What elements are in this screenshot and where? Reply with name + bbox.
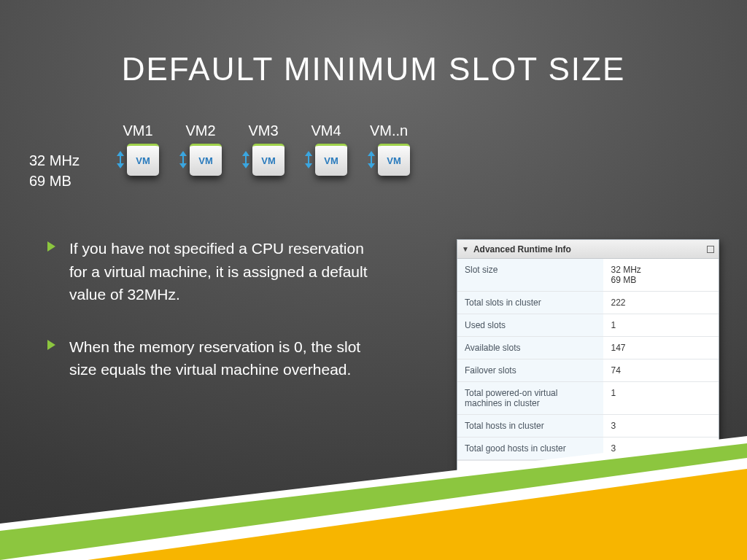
- vm-label: VM4: [311, 122, 341, 139]
- row-key: Failover slots: [457, 359, 603, 382]
- resize-arrows-icon: [179, 151, 187, 168]
- vm-tile: VM: [315, 144, 347, 176]
- runtime-info-panel: ▼ Advanced Runtime Info Slot size32 MHz …: [457, 239, 719, 482]
- row-value: 222: [603, 292, 719, 314]
- row-key: Slot size: [457, 259, 603, 292]
- vm-item: VM4VM: [305, 122, 347, 176]
- vm-label: VM..n: [370, 122, 408, 139]
- maximize-icon[interactable]: [707, 246, 714, 253]
- vm-item: VM3VM: [242, 122, 285, 176]
- resize-grip-icon[interactable]: [710, 472, 718, 481]
- table-row: Total slots in cluster222: [457, 292, 719, 314]
- row-key: Used slots: [457, 314, 603, 337]
- vm-tile: VM: [127, 144, 159, 176]
- slot-spec-mem: 69 MB: [29, 171, 80, 191]
- slide: DEFAULT MINIMUM SLOT SIZE 32 MHz 69 MB V…: [0, 0, 747, 560]
- runtime-table: Slot size32 MHz 69 MBTotal slots in clus…: [457, 259, 719, 460]
- svg-marker-3: [88, 469, 747, 560]
- vm-label: VM1: [123, 122, 152, 139]
- row-value: 1: [603, 382, 719, 415]
- table-row: Total powered-on virtual machines in clu…: [457, 382, 719, 415]
- vm-item: VM1VM: [117, 122, 159, 176]
- bullet-item: When the memory reservation is 0, the sl…: [47, 335, 383, 381]
- vm-tile: VM: [252, 144, 285, 176]
- resize-arrows-icon: [305, 151, 312, 168]
- resize-arrows-icon: [242, 151, 249, 168]
- vm-tile: VM: [190, 144, 222, 176]
- vm-label: VM2: [185, 122, 215, 139]
- row-value: 1: [603, 314, 719, 337]
- bullet-list: If you have not specified a CPU reservat…: [47, 237, 383, 411]
- table-row: Failover slots74: [457, 359, 719, 382]
- table-row: Slot size32 MHz 69 MB: [457, 259, 719, 292]
- slide-title: DEFAULT MINIMUM SLOT SIZE: [0, 51, 747, 88]
- row-key: Available slots: [457, 337, 603, 359]
- panel-title: Advanced Runtime Info: [473, 244, 571, 254]
- bullet-item: If you have not specified a CPU reservat…: [47, 237, 383, 306]
- slot-spec-cpu: 32 MHz: [29, 150, 80, 171]
- vm-label: VM3: [248, 122, 278, 139]
- row-value: 147: [603, 337, 719, 359]
- row-value: 74: [603, 359, 719, 382]
- row-value: 32 MHz 69 MB: [603, 259, 719, 292]
- slot-spec: 32 MHz 69 MB: [29, 150, 80, 191]
- table-row: Used slots1: [457, 314, 719, 337]
- vm-row: VM1VMVM2VMVM3VMVM4VMVM..nVM: [117, 122, 410, 176]
- table-row: Total good hosts in cluster3: [457, 438, 719, 460]
- vm-tile: VM: [378, 144, 410, 176]
- table-row: Available slots147: [457, 337, 719, 359]
- row-key: Total slots in cluster: [457, 292, 603, 314]
- table-row: Total hosts in cluster3: [457, 415, 719, 438]
- row-value: 3: [603, 438, 719, 460]
- panel-footer: Refresh: [457, 460, 719, 481]
- row-key: Total good hosts in cluster: [457, 438, 603, 460]
- collapse-icon[interactable]: ▼: [462, 245, 469, 253]
- row-key: Total hosts in cluster: [457, 415, 603, 438]
- vm-item: VM2VM: [179, 122, 222, 176]
- resize-arrows-icon: [368, 151, 375, 168]
- row-key: Total powered-on virtual machines in clu…: [457, 382, 603, 415]
- panel-header[interactable]: ▼ Advanced Runtime Info: [457, 240, 719, 259]
- vm-item: VM..nVM: [368, 122, 410, 176]
- refresh-link[interactable]: Refresh: [681, 465, 711, 475]
- row-value: 3: [603, 415, 719, 438]
- resize-arrows-icon: [117, 151, 124, 168]
